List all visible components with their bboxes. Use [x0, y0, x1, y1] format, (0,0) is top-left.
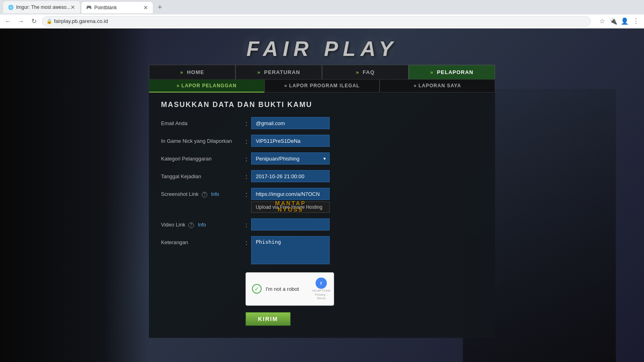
screenshot-colon: :	[242, 188, 251, 198]
tab-close-pb[interactable]: ✕	[143, 4, 148, 11]
left-panel	[0, 29, 149, 362]
video-label-container: Video Link ? Info	[161, 218, 242, 228]
email-label: Email Anda	[161, 117, 242, 126]
bookmark-button[interactable]: ☆	[597, 16, 607, 26]
screenshot-info-link[interactable]: Info	[211, 191, 219, 197]
subnav-lapor-pelanggan[interactable]: » LAPOR PELANGGAN	[149, 79, 264, 93]
category-field-container: Penipuan/Phishing Hacking Cheating Other…	[251, 152, 483, 165]
url-text: fairplay.pb.garena.co.id	[54, 18, 108, 24]
keterangan-colon: :	[242, 236, 251, 247]
category-label: Kategori Pelanggaran	[161, 152, 242, 162]
subnav-lapor-program-label: LAPOR PROGRAM ILEGAL	[289, 83, 359, 88]
main-nav: » HOME » PERATURAN » FAQ » PELAPORAN	[149, 65, 495, 79]
upload-hint[interactable]: Upload via Free Image Hosting	[251, 202, 330, 213]
video-label: Video Link	[161, 222, 185, 228]
nav-peraturan-label: PERATURAN	[264, 69, 300, 75]
site-header: FAIR PLAY	[0, 29, 644, 65]
site-logo: FAIR PLAY	[0, 37, 644, 61]
recaptcha-label: I'm not a robot	[266, 286, 315, 292]
subnav-arrow1: »	[177, 83, 180, 88]
nick-input[interactable]	[251, 135, 330, 147]
category-select-wrapper: Penipuan/Phishing Hacking Cheating Other…	[251, 152, 330, 165]
tab-favicon-pb: 🎮	[86, 5, 92, 10]
tab-title-pb: Pointblank	[94, 5, 117, 10]
forward-button[interactable]: →	[16, 16, 26, 26]
nav-arrow-faq: »	[356, 69, 359, 75]
nav-home-label: HOME	[187, 69, 204, 75]
category-colon: :	[242, 152, 251, 163]
submit-button[interactable]: Kirim	[246, 312, 291, 326]
refresh-button[interactable]: ↻	[29, 16, 39, 26]
date-row: Tanggal Kejadian :	[161, 170, 483, 182]
content-area: MASUKKAN DATA DAN BUKTI KAMU Email Anda …	[149, 93, 495, 338]
nav-home[interactable]: » HOME	[149, 65, 235, 79]
back-button[interactable]: ←	[3, 16, 13, 26]
tab-close-imgur[interactable]: ✕	[70, 4, 75, 10]
extension1-button[interactable]: 🔌	[609, 16, 618, 26]
recaptcha-small: reCAPTCHAPrivacy - Terms	[312, 289, 330, 300]
nav-faq[interactable]: » FAQ	[322, 65, 409, 79]
nav-pelaporan-label: PELAPORAN	[437, 69, 474, 75]
nick-colon: :	[242, 135, 251, 145]
screenshot-row: Screenshot Link ? Info : MANTAP NYOSS Up…	[161, 188, 483, 213]
email-colon: :	[242, 117, 251, 128]
subnav-arrow2: »	[284, 83, 287, 88]
nav-arrow-peraturan: »	[257, 69, 260, 75]
nav-arrow-home: »	[180, 69, 184, 75]
subnav-laporan-saya-label: LAPORAN SAYA	[419, 83, 461, 88]
form-controls: ✓ I'm not a robot r reCAPTCHAPrivacy - T…	[246, 272, 483, 326]
address-bar: ← → ↻ 🔒 fairplay.pb.garena.co.id ☆ 🔌 👤 ⋮	[0, 14, 644, 28]
recaptcha-checkmark: ✓	[252, 284, 262, 294]
email-row: Email Anda :	[161, 117, 483, 129]
extension2-button[interactable]: 👤	[620, 16, 630, 26]
keterangan-field-container: Phishing	[251, 236, 483, 266]
tab-favicon: 🌐	[8, 5, 14, 10]
nav-faq-label: FAQ	[363, 69, 375, 75]
page-background: FAIR PLAY » HOME » PERATURAN » FAQ » PEL…	[0, 29, 644, 362]
video-field-container	[251, 218, 483, 230]
email-input[interactable]	[251, 117, 330, 129]
nick-field-container	[251, 135, 483, 147]
tab-title: Imgur: The most aweso...	[16, 4, 70, 10]
nav-peraturan[interactable]: » PERATURAN	[235, 65, 322, 79]
date-label: Tanggal Kejadian	[161, 170, 242, 179]
section-title: MASUKKAN DATA DAN BUKTI KAMU	[161, 101, 483, 109]
keterangan-label: Keterangan	[161, 236, 242, 245]
url-box[interactable]: 🔒 fairplay.pb.garena.co.id	[42, 16, 591, 27]
new-tab-button[interactable]: +	[154, 2, 165, 13]
keterangan-textarea[interactable]: Phishing	[251, 236, 330, 264]
subnav-lapor-pelanggan-label: LAPOR PELANGGAN	[182, 83, 237, 88]
screenshot-label-container: Screenshot Link ? Info	[161, 188, 242, 197]
nick-row: In Game Nick yang Dilaporkan :	[161, 135, 483, 147]
screenshot-label: Screenshot Link	[161, 191, 198, 197]
lock-icon: 🔒	[46, 19, 52, 24]
subnav-arrow3: »	[414, 83, 417, 88]
video-input[interactable]	[251, 218, 330, 230]
keterangan-row: Keterangan : Phishing	[161, 236, 483, 266]
browser-actions: ☆ 🔌 👤 ⋮	[597, 16, 641, 26]
tab-pointblank[interactable]: 🎮 Pointblank ✕	[81, 1, 153, 13]
tab-imgur[interactable]: 🌐 Imgur: The most aweso... ✕	[3, 1, 80, 13]
video-info-link[interactable]: Info	[198, 222, 206, 228]
screenshot-help-icon[interactable]: ?	[202, 192, 207, 197]
nick-label: In Game Nick yang Dilaporkan	[161, 135, 242, 144]
recaptcha-icon: r	[316, 278, 327, 289]
video-row: Video Link ? Info :	[161, 218, 483, 230]
nav-pelaporan[interactable]: » PELAPORAN	[409, 65, 495, 79]
recaptcha-logo: r reCAPTCHAPrivacy - Terms	[315, 278, 328, 300]
browser-chrome: 🌐 Imgur: The most aweso... ✕ 🎮 Pointblan…	[0, 0, 644, 29]
date-colon: :	[242, 170, 251, 181]
category-select[interactable]: Penipuan/Phishing Hacking Cheating Other	[251, 152, 330, 165]
screenshot-input[interactable]	[251, 188, 330, 200]
date-input[interactable]	[251, 170, 330, 182]
sub-nav: » LAPOR PELANGGAN » LAPOR PROGRAM ILEGAL…	[149, 79, 495, 93]
screenshot-field-container: MANTAP NYOSS Upload via Free Image Hosti…	[251, 188, 483, 213]
subnav-lapor-program[interactable]: » LAPOR PROGRAM ILEGAL	[264, 79, 380, 93]
menu-button[interactable]: ⋮	[631, 16, 641, 26]
recaptcha-box[interactable]: ✓ I'm not a robot r reCAPTCHAPrivacy - T…	[246, 272, 334, 306]
email-field-container	[251, 117, 483, 129]
video-help-icon[interactable]: ?	[188, 222, 194, 228]
tab-bar: 🌐 Imgur: The most aweso... ✕ 🎮 Pointblan…	[0, 0, 644, 14]
subnav-laporan-saya[interactable]: » LAPORAN SAYA	[380, 79, 495, 93]
category-row: Kategori Pelanggaran : Penipuan/Phishing…	[161, 152, 483, 165]
